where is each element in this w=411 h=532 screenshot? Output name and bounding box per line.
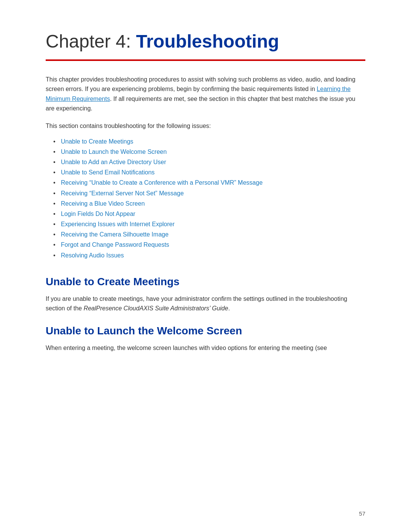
toc-link-external-server[interactable]: Receiving “External Server Not Set” Mess… [61, 190, 184, 197]
section-heading-create-meetings: Unable to Create Meetings [46, 276, 365, 288]
create-meetings-italic: RealPresence CloudAXIS Suite Administrat… [84, 305, 228, 312]
list-item: Receiving “External Server Not Set” Mess… [53, 188, 365, 198]
section-paragraph-create-meetings: If you are unable to create meetings, ha… [46, 294, 365, 313]
toc-link-password-requests[interactable]: Forgot and Change Password Requests [61, 241, 169, 248]
page-number: 57 [359, 510, 365, 517]
chapter-title-bold: Troubleshooting [136, 31, 279, 51]
list-item: Login Fields Do Not Appear [53, 209, 365, 219]
toc-link-vmr-message[interactable]: Receiving “Unable to Create a Conference… [61, 179, 263, 186]
intro-paragraph-1: This chapter provides troubleshooting pr… [46, 75, 365, 113]
list-item: Experiencing Issues with Internet Explor… [53, 219, 365, 229]
section-heading-welcome-screen: Unable to Launch the Welcome Screen [46, 325, 365, 337]
intro-text-before-link: This chapter provides troubleshooting pr… [46, 76, 355, 93]
toc-bullet-list: Unable to Create Meetings Unable to Laun… [53, 136, 365, 260]
toc-link-create-meetings[interactable]: Unable to Create Meetings [61, 138, 133, 145]
list-item: Unable to Create Meetings [53, 136, 365, 147]
toc-link-email-notifications[interactable]: Unable to Send Email Notifications [61, 169, 155, 176]
toc-link-login-fields[interactable]: Login Fields Do Not Appear [61, 211, 135, 217]
list-item: Receiving the Camera Silhouette Image [53, 229, 365, 240]
list-item: Unable to Add an Active Directory User [53, 157, 365, 167]
list-item: Unable to Launch the Welcome Screen [53, 147, 365, 157]
list-item: Forgot and Change Password Requests [53, 240, 365, 250]
chapter-divider [46, 59, 365, 61]
list-item: Receiving a Blue Video Screen [53, 198, 365, 209]
create-meetings-text-after: . [228, 305, 230, 312]
chapter-title: Chapter 4: Troubleshooting [46, 30, 365, 53]
toc-link-blue-video[interactable]: Receiving a Blue Video Screen [61, 200, 145, 207]
list-item: Resolving Audio Issues [53, 250, 365, 260]
list-item: Unable to Send Email Notifications [53, 167, 365, 177]
toc-link-internet-explorer[interactable]: Experiencing Issues with Internet Explor… [61, 221, 175, 227]
toc-link-audio-issues[interactable]: Resolving Audio Issues [61, 252, 124, 259]
toc-link-active-directory[interactable]: Unable to Add an Active Directory User [61, 159, 166, 165]
toc-link-welcome-screen[interactable]: Unable to Launch the Welcome Screen [61, 149, 167, 155]
toc-link-camera-silhouette[interactable]: Receiving the Camera Silhouette Image [61, 231, 169, 238]
list-item: Receiving “Unable to Create a Conference… [53, 177, 365, 188]
section-intro-text: This section contains troubleshooting fo… [46, 121, 365, 131]
section-paragraph-welcome-screen: When entering a meeting, the welcome scr… [46, 343, 365, 353]
